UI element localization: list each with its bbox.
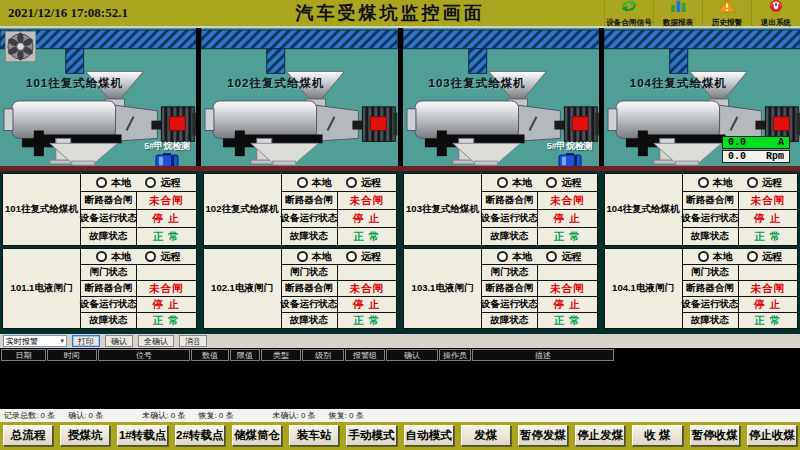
radio-icon[interactable] [145, 251, 156, 262]
local-radio[interactable]: 本地 [497, 176, 532, 190]
ack-button[interactable]: 确认 [105, 335, 133, 347]
stop-receive-coal-button[interactable]: 停止收煤 [747, 425, 797, 446]
status-column-104: 104往复式给煤机 本地 远程 断路器合闸未合闸 设备运行状态停 止 故障状态正… [604, 173, 799, 331]
pause-send-coal-button[interactable]: 暂停发煤 [518, 425, 568, 446]
alarm-list[interactable] [0, 361, 800, 409]
local-radio[interactable]: 本地 [297, 176, 332, 190]
radio-icon[interactable] [546, 251, 557, 262]
radio-icon[interactable] [698, 251, 709, 262]
titlebar-button-label: 设备合闸信号 [606, 17, 652, 27]
alarm-mode-value: 实时报警 [6, 336, 38, 347]
manual-mode-button[interactable]: 手动模式 [346, 425, 396, 446]
run-status: 停 止 [739, 297, 798, 312]
pause-receive-coal-button[interactable]: 暂停收煤 [690, 425, 740, 446]
run-label: 设备运行状态 [282, 210, 338, 227]
fault-status: 正 常 [538, 228, 597, 245]
fault-label: 故障状态 [282, 313, 338, 328]
nav-silo-button[interactable]: 储煤筒仓 [232, 425, 282, 446]
nav-transfer-2-button[interactable]: 2#转载点 [175, 425, 225, 446]
send-coal-button[interactable]: 发煤 [461, 425, 511, 446]
local-radio[interactable]: 本地 [96, 176, 131, 190]
remote-radio[interactable]: 远程 [747, 250, 782, 264]
gate-label: 闸门状态 [482, 265, 538, 280]
stop-send-coal-button[interactable]: 停止发煤 [575, 425, 625, 446]
device-name: 102往复式给煤机 [204, 174, 282, 245]
nav-loading-station-button[interactable]: 装车站 [289, 425, 339, 446]
chevron-down-icon: ▾ [60, 337, 64, 345]
data-report-button[interactable]: 数据报表 [653, 0, 702, 26]
silence-button[interactable]: 消音 [179, 335, 207, 347]
column-header: 限值 [230, 349, 260, 361]
device-name: 104往复式给煤机 [605, 174, 683, 245]
radio-icon[interactable] [145, 177, 156, 188]
radio-icon[interactable] [747, 177, 758, 188]
gate-status [338, 265, 397, 280]
column-header: 日期 [1, 349, 46, 361]
valve-status-table-101: 101.1电液闸门 本地 远程 闸门状态 断路器合闸未合闸 设备运行状态停 止 … [2, 248, 197, 329]
speed-value: 0.0 [728, 151, 746, 162]
run-label: 设备运行状态 [482, 297, 538, 312]
radio-icon[interactable] [747, 251, 758, 262]
radio-icon[interactable] [96, 251, 107, 262]
device-name: 101.1电液闸门 [3, 249, 81, 328]
stat-total: 记录总数: 0 条 [4, 410, 55, 421]
exit-system-button[interactable]: 退出系统 [751, 0, 800, 26]
titlebar-button-label: 历史报警 [712, 17, 742, 27]
auto-mode-button[interactable]: 自动模式 [404, 425, 454, 446]
breaker-label: 断路器合闸 [683, 281, 739, 296]
methane-label: 5#甲烷检测 [144, 140, 190, 153]
radio-icon[interactable] [96, 177, 107, 188]
device-close-signal-button[interactable]: 设备合闸信号 [604, 0, 653, 26]
remote-radio[interactable]: 远程 [747, 176, 782, 190]
local-radio[interactable]: 本地 [297, 250, 332, 264]
local-radio[interactable]: 本地 [698, 250, 733, 264]
radio-icon[interactable] [497, 177, 508, 188]
ack-all-button[interactable]: 全确认 [138, 335, 174, 347]
breaker-status: 未合闸 [538, 192, 597, 209]
nav-transfer-1-button[interactable]: 1#转载点 [117, 425, 167, 446]
receive-coal-button[interactable]: 收 煤 [632, 425, 682, 446]
radio-icon[interactable] [698, 177, 709, 188]
gate-status [137, 265, 196, 280]
remote-radio[interactable]: 远程 [546, 250, 581, 264]
device-name: 102.1电液闸门 [204, 249, 282, 328]
remote-radio[interactable]: 远程 [346, 176, 381, 190]
nav-total-flow-button[interactable]: 总流程 [3, 425, 53, 446]
remote-radio[interactable]: 远程 [145, 176, 180, 190]
local-radio[interactable]: 本地 [698, 176, 733, 190]
column-header: 描述 [472, 349, 614, 361]
radio-icon[interactable] [546, 177, 557, 188]
feeder-status-table-102: 102往复式给煤机 本地 远程 断路器合闸未合闸 设备运行状态停 止 故障状态正… [203, 173, 398, 246]
stat-acked: 确认: 0 条 [68, 410, 103, 421]
fault-status: 正 常 [137, 313, 196, 328]
history-alarm-button[interactable]: 历史报警 [702, 0, 751, 26]
status-table-row: 101往复式给煤机 本地 远程 断路器合闸未合闸 设备运行状态停 止 故障状态正… [0, 171, 800, 334]
remote-radio[interactable]: 远程 [346, 250, 381, 264]
local-radio[interactable]: 本地 [497, 250, 532, 264]
remote-radio[interactable]: 远程 [145, 250, 180, 264]
column-header: 数值 [191, 349, 229, 361]
motor-indicators-104: 0.0 A 0.0 Rpm [722, 136, 790, 163]
radio-icon[interactable] [346, 251, 357, 262]
run-label: 设备运行状态 [282, 297, 338, 312]
methane-sensor-icon [557, 153, 583, 166]
fault-status: 正 常 [338, 313, 397, 328]
feeder-status-table-101: 101往复式给煤机 本地 远程 断路器合闸未合闸 设备运行状态停 止 故障状态正… [2, 173, 197, 246]
radio-icon[interactable] [297, 251, 308, 262]
radio-icon[interactable] [497, 251, 508, 262]
gate-status [538, 265, 597, 280]
remote-radio[interactable]: 远程 [546, 176, 581, 190]
stat-recovered: 恢复: 0 条 [198, 410, 233, 421]
machine-panel-102: 102往复式给煤机 [201, 28, 397, 166]
breaker-status: 未合闸 [137, 281, 196, 296]
radio-icon[interactable] [346, 177, 357, 188]
print-button[interactable]: 打印 [72, 335, 100, 347]
alarm-stats-bar: 记录总数: 0 条 确认: 0 条 未确认: 0 条 恢复: 0 条 未确认: … [0, 409, 800, 422]
alarm-mode-select[interactable]: 实时报警 ▾ [3, 335, 67, 347]
radio-icon[interactable] [297, 177, 308, 188]
nav-coal-pit-button[interactable]: 授煤坑 [60, 425, 110, 446]
column-header: 确认 [386, 349, 438, 361]
local-radio[interactable]: 本地 [96, 250, 131, 264]
breaker-status: 未合闸 [338, 192, 397, 209]
titlebar-button-label: 数据报表 [663, 17, 693, 27]
